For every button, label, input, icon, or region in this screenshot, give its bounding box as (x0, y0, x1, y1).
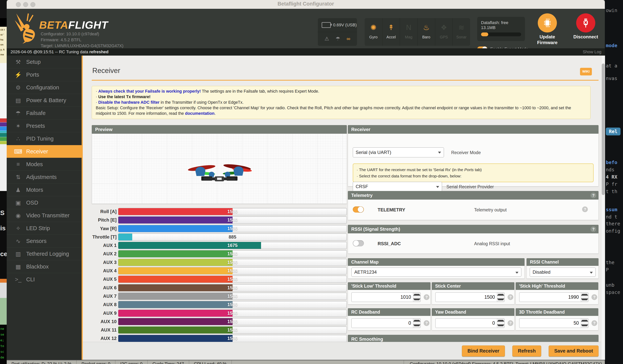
sidebar-item[interactable]: ☂ Failsafe (7, 107, 82, 119)
content-scrollbar[interactable] (601, 56, 605, 360)
spinner-down-icon[interactable] (497, 323, 504, 328)
update-firmware-label[interactable]: Update Firmware (530, 34, 564, 45)
threshold-help-icon[interactable]: ? (591, 294, 597, 300)
sidebar-item[interactable]: ✶ Presets (7, 119, 82, 132)
threshold-input[interactable]: 1500 (435, 292, 505, 302)
show-log-button[interactable]: Show Log (583, 48, 601, 56)
spinner-down-icon[interactable] (497, 297, 504, 302)
scrollbar-thumb[interactable] (602, 64, 605, 195)
failsafe-link[interactable]: Always check that your Failsafe is worki… (98, 89, 201, 94)
spinner-up-icon[interactable] (581, 293, 588, 297)
number-spinner[interactable] (413, 319, 421, 328)
sidebar-item[interactable]: ✧ LED Strip (7, 222, 82, 235)
background-color-bar (0, 131, 7, 133)
sidebar-item-icon: ⚡ (14, 71, 22, 78)
close-button[interactable] (16, 2, 21, 7)
rssi-adc-toggle[interactable] (353, 240, 364, 246)
telemetry-toggle[interactable] (353, 206, 364, 213)
bottom-action-bar: Bind Receiver Refresh Save and Reboot (83, 342, 605, 360)
spinner-up-icon[interactable] (497, 319, 504, 323)
sidebar-item[interactable]: ⌨ Receiver (7, 145, 82, 158)
spinner-up-icon[interactable] (581, 319, 588, 323)
deadband-input[interactable]: 0 (435, 318, 505, 328)
deadband-value[interactable]: 0 (352, 319, 413, 328)
sidebar-item[interactable]: ▣ OSD (7, 196, 82, 209)
deadband-help-icon[interactable]: ? (424, 320, 429, 326)
number-spinner[interactable] (413, 293, 421, 302)
sidebar-item-icon: ☂ (14, 110, 22, 116)
background-text-fragment: st ' (0, 33, 4, 36)
sidebar-item[interactable]: ∿ Sensors (7, 235, 82, 247)
threshold-help-icon[interactable]: ? (424, 294, 429, 300)
sidebar-item[interactable]: >_ CLI (7, 273, 82, 286)
number-spinner[interactable] (497, 319, 504, 328)
adc-filter-link[interactable]: Disable the hardware ADC filter (98, 100, 159, 105)
refresh-button[interactable]: Refresh (512, 345, 541, 357)
minimize-button[interactable] (23, 2, 28, 7)
threshold-input[interactable]: 1990 (519, 292, 588, 302)
deadband-input[interactable]: 50 (519, 318, 588, 328)
sensor-indicator: ≋ Sonar (452, 18, 470, 46)
telemetry-help-icon[interactable]: ? (591, 193, 596, 198)
deadband-value[interactable]: 50 (519, 319, 581, 328)
sidebar-item[interactable]: ≡ Modes (7, 158, 82, 171)
sidebar-item[interactable]: ⚒ Setup (7, 56, 82, 68)
threshold-input[interactable]: 1010 (352, 292, 421, 302)
threshold-cell: 'Stick High' Threshold 1990 ? (516, 282, 598, 304)
log-message: 2026-04-05 @09:15:51 -- RC Tuning data r… (7, 48, 605, 56)
number-spinner[interactable] (497, 293, 504, 302)
sidebar-item[interactable]: ∴ PID Tuning (7, 132, 82, 145)
channel-value: 1500 (118, 259, 347, 266)
status-cell: Port utilization: D: 22 % U: 2 % (7, 360, 77, 364)
deadband-row: RC Deadband 0 ? Yaw (348, 308, 599, 330)
spinner-down-icon[interactable] (413, 297, 421, 302)
rssi-help-icon[interactable]: ? (591, 226, 596, 232)
channel-label: AUX 7 (92, 294, 118, 299)
deadband-input[interactable]: 0 (352, 318, 421, 328)
threshold-value[interactable]: 1010 (352, 293, 413, 302)
sidebar-item-label: Motors (26, 187, 43, 193)
spinner-up-icon[interactable] (497, 293, 504, 297)
threshold-value[interactable]: 1990 (519, 293, 581, 302)
sidebar-item[interactable]: ▥ Tethered Logging (7, 247, 82, 260)
sidebar-item[interactable]: ⚙ Configuration (7, 81, 82, 94)
sidebar-item[interactable]: ▤ Power & Battery (7, 94, 82, 107)
rssi-channel-select[interactable]: Disabled (530, 268, 596, 277)
channel-value: 1500 (118, 208, 347, 215)
receiver-mode-select[interactable]: Serial (via UART) (353, 148, 444, 157)
serial-provider-select[interactable]: CRSF (353, 182, 442, 191)
deadband-help-icon[interactable]: ? (508, 320, 513, 326)
sidebar-item[interactable]: ⚡ Ports (7, 68, 82, 81)
spinner-down-icon[interactable] (413, 323, 421, 328)
model-preview-canvas[interactable] (92, 134, 347, 204)
number-spinner[interactable] (581, 319, 588, 328)
disconnect-button[interactable] (576, 13, 595, 32)
documentation-link[interactable]: documentation (185, 111, 214, 116)
update-firmware-button[interactable] (538, 13, 557, 32)
sidebar-item[interactable]: ⇅ Adjustments (7, 171, 82, 183)
version-info: Configurator: 10.10.0 (c97deaf) Firmware… (41, 31, 123, 49)
sidebar-item[interactable]: ◉ Video Transmitter (7, 209, 82, 222)
threshold-help-icon[interactable]: ? (508, 294, 513, 300)
spinner-down-icon[interactable] (581, 323, 588, 328)
number-spinner[interactable] (581, 293, 588, 302)
rssi-panel-header: RSSI (Signal Strength) ? (348, 225, 599, 233)
spinner-down-icon[interactable] (581, 297, 588, 302)
deadband-value[interactable]: 0 (436, 319, 497, 328)
background-color-bar (0, 122, 7, 127)
channel-map-select[interactable]: AETR1234 (352, 268, 521, 277)
save-and-reboot-button[interactable]: Save and Reboot (549, 345, 599, 357)
spinner-up-icon[interactable] (413, 319, 421, 323)
spinner-up-icon[interactable] (413, 293, 421, 297)
sidebar-item-icon: ▥ (14, 251, 22, 257)
threshold-value[interactable]: 1500 (436, 293, 497, 302)
zoom-button[interactable] (30, 2, 35, 7)
disconnect-label[interactable]: Disconnect (569, 34, 603, 40)
telemetry-row-help-icon[interactable]: ? (582, 206, 588, 212)
channel-bar-track: 1500 (118, 225, 347, 232)
sidebar-item[interactable]: ♟ Motors (7, 183, 82, 196)
bind-receiver-button[interactable]: Bind Receiver (462, 345, 505, 357)
sidebar-item[interactable]: ▦ Blackbox (7, 260, 82, 273)
deadband-help-icon[interactable]: ? (591, 320, 597, 326)
channel-label: AUX 9 (92, 311, 118, 316)
